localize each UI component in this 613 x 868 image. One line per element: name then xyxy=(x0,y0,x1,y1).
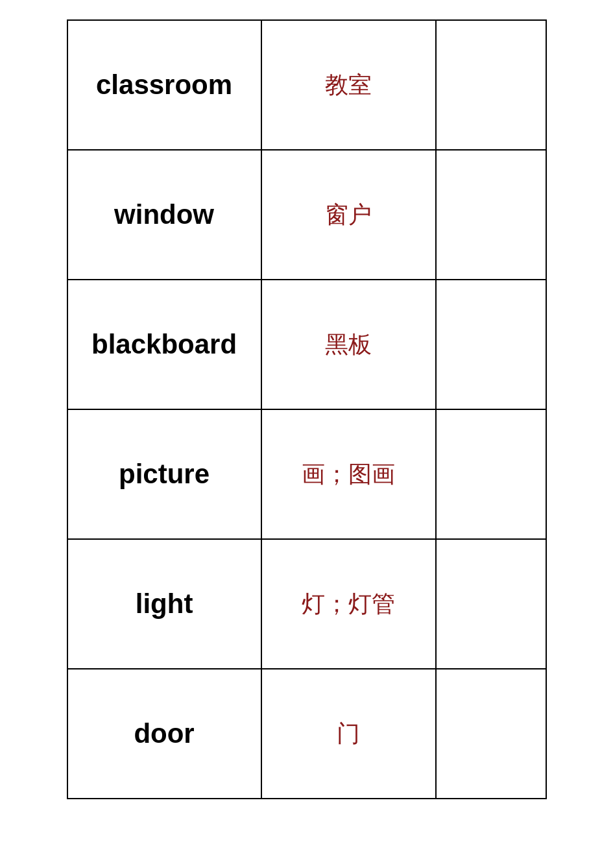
image-cell-window xyxy=(436,150,546,280)
table-row: classroom 教室 xyxy=(67,20,546,150)
english-word-blackboard: blackboard xyxy=(91,329,237,359)
english-word-classroom: classroom xyxy=(96,69,232,100)
chinese-cell-picture: 画；图画 xyxy=(261,409,436,539)
english-word-light: light xyxy=(136,588,193,619)
english-cell-window: window xyxy=(67,150,261,280)
image-cell-light xyxy=(436,539,546,669)
chinese-word-window: 窗户 xyxy=(325,201,372,228)
english-cell-picture: picture xyxy=(67,409,261,539)
chinese-word-light: 灯；灯管 xyxy=(302,590,395,617)
chinese-word-blackboard: 黑板 xyxy=(325,331,372,357)
english-cell-blackboard: blackboard xyxy=(67,280,261,409)
english-cell-door: door xyxy=(67,669,261,799)
chinese-word-door: 门 xyxy=(337,720,360,747)
chinese-cell-window: 窗户 xyxy=(261,150,436,280)
english-word-door: door xyxy=(134,718,194,749)
english-word-window: window xyxy=(114,199,214,230)
table-row: picture 画；图画 xyxy=(67,409,546,539)
chinese-word-classroom: 教室 xyxy=(325,71,372,98)
image-cell-blackboard xyxy=(436,280,546,409)
chinese-cell-blackboard: 黑板 xyxy=(261,280,436,409)
chinese-cell-light: 灯；灯管 xyxy=(261,539,436,669)
table-row: blackboard 黑板 xyxy=(67,280,546,409)
chinese-cell-classroom: 教室 xyxy=(261,20,436,150)
table-row: light 灯；灯管 xyxy=(67,539,546,669)
vocabulary-table: classroom 教室 window 窗户 blackboard 黑板 xyxy=(67,19,547,799)
table-row: door 门 xyxy=(67,669,546,799)
chinese-word-picture: 画；图画 xyxy=(302,461,395,487)
english-cell-light: light xyxy=(67,539,261,669)
chinese-cell-door: 门 xyxy=(261,669,436,799)
image-cell-door xyxy=(436,669,546,799)
image-cell-picture xyxy=(436,409,546,539)
table-row: window 窗户 xyxy=(67,150,546,280)
english-cell-classroom: classroom xyxy=(67,20,261,150)
image-cell-classroom xyxy=(436,20,546,150)
english-word-picture: picture xyxy=(119,459,210,489)
